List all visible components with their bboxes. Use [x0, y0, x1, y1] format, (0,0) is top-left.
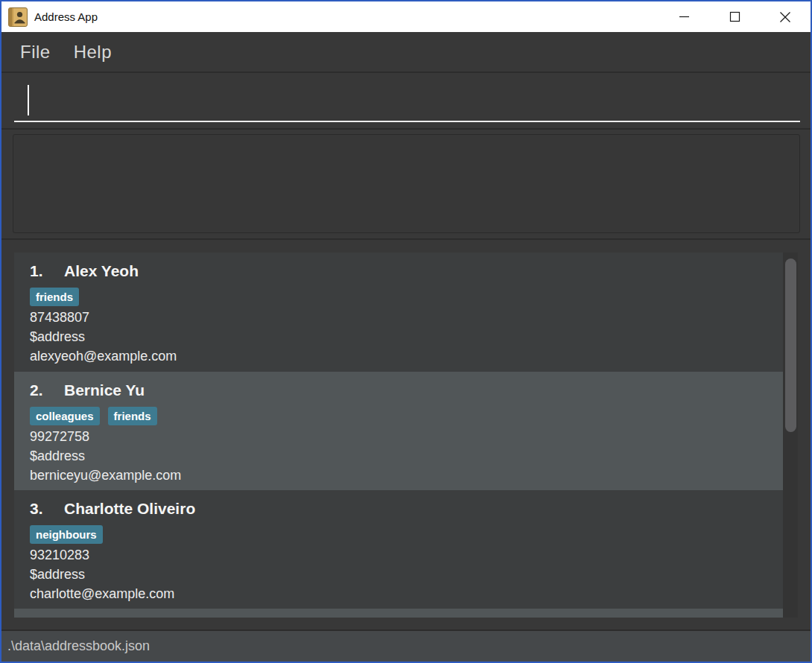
- person-list-panel: 1. Alex Yeoh friends 87438807 $address a…: [1, 240, 811, 629]
- menubar: File Help: [1, 32, 811, 73]
- scrollbar-track[interactable]: [783, 253, 798, 618]
- command-input-underline: [14, 121, 800, 122]
- person-name: Bernice Yu: [64, 380, 145, 401]
- menu-help[interactable]: Help: [74, 42, 112, 63]
- person-name: Charlotte Oliveiro: [64, 498, 195, 519]
- person-email: charlotte@example.com: [30, 584, 775, 603]
- close-icon[interactable]: [760, 1, 811, 32]
- titlebar[interactable]: Address App: [1, 1, 811, 32]
- person-tag: friends: [30, 288, 79, 306]
- person-index: 1.: [30, 261, 64, 282]
- person-tags: neighbours: [30, 525, 775, 544]
- person-list: 1. Alex Yeoh friends 87438807 $address a…: [14, 253, 783, 618]
- maximize-icon[interactable]: [709, 1, 760, 32]
- window-title: Address App: [34, 10, 98, 23]
- person-phone: 93210283: [30, 545, 775, 565]
- person-list-item[interactable]: 1. Alex Yeoh friends 87438807 $address a…: [14, 253, 783, 372]
- person-address: $address: [30, 446, 775, 466]
- person-tags: colleaguesfriends: [30, 407, 775, 425]
- person-tag: friends: [108, 407, 157, 425]
- person-tags: friends: [30, 288, 775, 306]
- command-input[interactable]: [1, 73, 811, 128]
- person-index: 3.: [30, 498, 64, 519]
- window-controls: [659, 1, 811, 32]
- minimize-icon[interactable]: [659, 1, 709, 32]
- person-name-row: 1. Alex Yeoh: [30, 261, 775, 282]
- result-display-pane: [1, 128, 811, 240]
- address-book-icon: [8, 7, 28, 27]
- person-email: alexyeoh@example.com: [30, 346, 775, 366]
- menu-file[interactable]: File: [20, 42, 51, 63]
- person-index: 2.: [30, 380, 64, 401]
- scrollbar-thumb[interactable]: [785, 258, 796, 432]
- result-display[interactable]: [13, 134, 800, 233]
- person-name-row: 2. Bernice Yu: [30, 380, 775, 401]
- person-name-row: 3. Charlotte Oliveiro: [30, 498, 775, 519]
- person-list-item[interactable]: 3. Charlotte Oliveiro neighbours 9321028…: [14, 490, 783, 609]
- person-phone: 99272758: [30, 427, 775, 446]
- status-bar: .\data\addressbook.json: [1, 629, 811, 662]
- command-box-pane: [1, 73, 811, 128]
- person-address: $address: [30, 327, 775, 346]
- address-app-window: Address App File Help 1.: [0, 0, 812, 663]
- person-tag: colleagues: [30, 407, 100, 425]
- person-address: $address: [30, 565, 775, 584]
- person-tag: neighbours: [30, 525, 103, 544]
- save-location-status: .\data\addressbook.json: [7, 638, 150, 654]
- person-phone: 87438807: [30, 308, 775, 327]
- person-name: Alex Yeoh: [64, 261, 139, 282]
- person-list-item-partial[interactable]: [14, 609, 783, 618]
- person-list-item[interactable]: 2. Bernice Yu colleaguesfriends 99272758…: [14, 372, 783, 490]
- text-caret: [28, 85, 29, 115]
- person-email: berniceyu@example.com: [30, 466, 775, 485]
